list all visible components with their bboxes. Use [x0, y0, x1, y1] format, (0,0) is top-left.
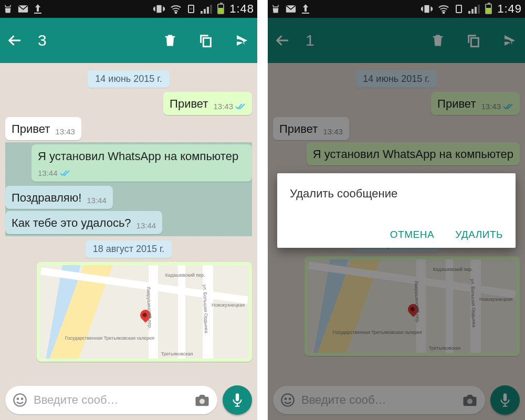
- svg-point-5: [14, 394, 26, 406]
- message-time: 13:44: [38, 169, 58, 177]
- svg-rect-13: [456, 5, 461, 13]
- svg-point-7: [22, 398, 23, 400]
- data-icon: [187, 4, 195, 14]
- copy-icon[interactable]: [198, 33, 213, 48]
- phone-left: 1:48 3 14 июнь 2015 г. Привет 13:43: [0, 0, 257, 420]
- message-bubble-in: Привет 13:43: [5, 117, 81, 140]
- date-chip: 18 август 2015 г.: [86, 240, 172, 258]
- svg-point-2: [175, 12, 177, 14]
- svg-rect-4: [203, 38, 211, 46]
- mic-button[interactable]: [223, 385, 252, 415]
- message-time: 13:43: [213, 102, 233, 111]
- data-icon: [455, 4, 463, 14]
- message-text: Поздравляю!: [12, 191, 81, 205]
- wifi-icon: [170, 4, 182, 14]
- message-row-selected[interactable]: Я установил WhatsApp на компьютер 13:44: [5, 142, 252, 184]
- message-text: Привет: [12, 122, 50, 136]
- battery-icon: [217, 4, 224, 14]
- signal-icon: [468, 4, 480, 14]
- message-text: Как тебе это удалось?: [12, 216, 131, 230]
- shopping-icon: [3, 4, 13, 14]
- phone-right: 1:49 1 14 июнь 2015 г. Привет 13:43 Прив…: [268, 0, 525, 420]
- input-bar: Введите сооб…: [0, 381, 257, 420]
- svg-point-6: [17, 398, 18, 400]
- selection-count: 3: [38, 32, 47, 49]
- map-label: Третьяковская: [161, 351, 193, 356]
- upload-icon: [301, 4, 310, 14]
- mail-icon: [18, 5, 28, 13]
- map-label: Новокузнецкая: [212, 302, 245, 308]
- upload-icon: [34, 4, 42, 14]
- read-ticks-icon: [60, 170, 70, 177]
- back-icon[interactable]: [7, 33, 23, 48]
- message-meta: 13:43: [213, 102, 246, 111]
- status-bar: 1:49: [268, 0, 525, 18]
- location-bubble[interactable]: Государственная Третьяковская галерея Но…: [37, 262, 252, 362]
- message-time: 13:44: [136, 221, 156, 230]
- message-input[interactable]: Введите сооб…: [5, 386, 217, 414]
- svg-point-8: [200, 399, 205, 404]
- message-meta: 13:44: [38, 169, 70, 177]
- vibrate-icon: [153, 4, 165, 14]
- message-time: 13:43: [55, 127, 75, 136]
- message-row-selected[interactable]: Как тебе это удалось? 13:44: [5, 211, 252, 236]
- svg-rect-1: [157, 5, 162, 13]
- date-chip: 14 июнь 2015 г.: [88, 70, 169, 88]
- svg-rect-3: [188, 5, 194, 13]
- cancel-button[interactable]: ОТМЕНА: [390, 229, 434, 240]
- map-label: Кадашевский пер.: [165, 272, 205, 278]
- message-meta: 13:43: [55, 127, 75, 136]
- message-time: 13:44: [87, 196, 107, 205]
- input-placeholder: Введите сооб…: [34, 393, 188, 407]
- message-bubble-out: Я установил WhatsApp на компьютер 13:44: [32, 144, 252, 182]
- delete-dialog: Удалить сообщение ОТМЕНА УДАЛИТЬ: [277, 173, 516, 248]
- map-thumbnail: Государственная Третьяковская галерея Но…: [40, 265, 249, 359]
- read-ticks-icon: [235, 103, 246, 110]
- signal-icon: [201, 4, 212, 14]
- message-text: Привет: [170, 97, 208, 111]
- message-text: Я установил WhatsApp на компьютер: [38, 150, 238, 163]
- delete-icon[interactable]: [163, 33, 177, 48]
- status-bar: 1:48: [0, 0, 257, 18]
- chat-area[interactable]: 14 июнь 2015 г. Привет 13:43 Привет 13:4…: [0, 63, 257, 381]
- map-label: Государственная Третьяковская галерея: [65, 335, 154, 341]
- message-row[interactable]: Государственная Третьяковская галерея Но…: [5, 262, 252, 362]
- mail-icon: [286, 5, 296, 13]
- battery-icon: [485, 4, 492, 14]
- message-bubble-out: Привет 13:43: [163, 92, 252, 115]
- message-meta: 13:44: [87, 196, 107, 205]
- status-clock: 1:49: [497, 2, 522, 16]
- vibrate-icon: [421, 4, 433, 14]
- svg-rect-11: [425, 5, 429, 13]
- wifi-icon: [438, 4, 449, 14]
- message-row[interactable]: Привет 13:43: [5, 117, 252, 140]
- message-row-selected[interactable]: Поздравляю! 13:44: [5, 184, 252, 211]
- message-bubble-in: Поздравляю! 13:44: [5, 186, 113, 209]
- emoji-icon[interactable]: [13, 393, 27, 407]
- message-row[interactable]: Привет 13:43: [5, 92, 252, 115]
- shopping-icon: [271, 4, 280, 14]
- action-bar: 3: [0, 18, 257, 63]
- message-meta: 13:44: [136, 221, 156, 230]
- delete-button[interactable]: УДАЛИТЬ: [455, 229, 503, 240]
- dialog-title: Удалить сообщение: [290, 187, 503, 201]
- svg-point-12: [443, 12, 445, 14]
- camera-icon[interactable]: [194, 393, 210, 407]
- forward-icon[interactable]: [234, 33, 250, 48]
- status-clock: 1:48: [229, 2, 254, 16]
- message-bubble-in: Как тебе это удалось? 13:44: [5, 211, 162, 234]
- svg-rect-9: [236, 393, 239, 401]
